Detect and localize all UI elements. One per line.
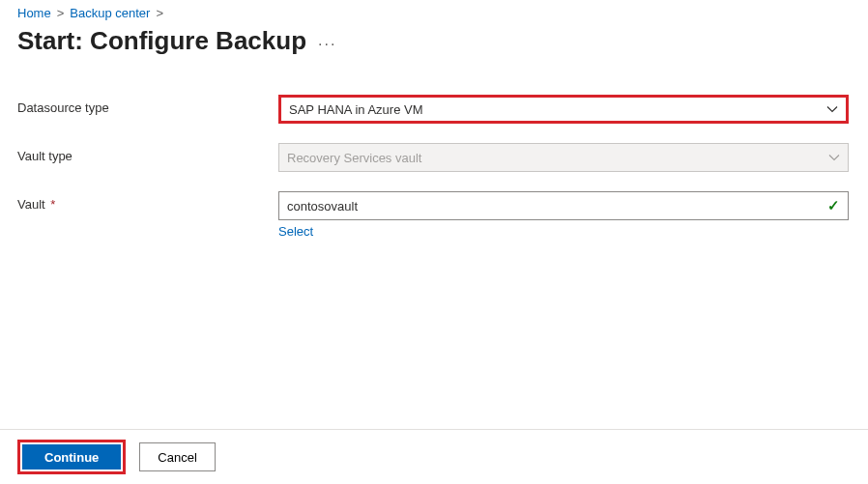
breadcrumb: Home > Backup center >: [17, 6, 851, 20]
select-vault-type: Recovery Services vault: [278, 143, 849, 172]
required-asterisk: *: [50, 197, 55, 212]
breadcrumb-sep: >: [57, 6, 65, 20]
row-datasource-type: Datasource type SAP HANA in Azure VM: [17, 95, 851, 124]
more-actions-icon[interactable]: ···: [318, 30, 336, 53]
breadcrumb-sep: >: [156, 6, 163, 20]
input-vault-value: contosovault: [287, 199, 358, 214]
chevron-down-icon: [826, 103, 838, 115]
label-vault-text: Vault: [17, 197, 45, 212]
footer-actions: Continue Cancel: [0, 429, 868, 484]
label-vault: Vault *: [17, 191, 278, 212]
chevron-down-icon: [828, 152, 840, 163]
select-datasource-type[interactable]: SAP HANA in Azure VM: [278, 95, 849, 124]
row-vault-type: Vault type Recovery Services vault: [17, 143, 851, 172]
label-vault-type: Vault type: [17, 143, 278, 163]
checkmark-icon: ✓: [827, 197, 840, 214]
row-vault: Vault * contosovault ✓ Select: [17, 191, 851, 239]
breadcrumb-backup-center[interactable]: Backup center: [70, 6, 150, 20]
cancel-button[interactable]: Cancel: [139, 442, 215, 471]
page-title: Start: Configure Backup: [17, 26, 306, 56]
continue-highlight: Continue: [17, 440, 126, 474]
continue-button[interactable]: Continue: [22, 444, 121, 470]
breadcrumb-home[interactable]: Home: [17, 6, 51, 20]
input-vault[interactable]: contosovault ✓: [278, 191, 849, 220]
select-datasource-type-value: SAP HANA in Azure VM: [289, 102, 423, 117]
label-datasource-type: Datasource type: [17, 95, 278, 115]
link-select-vault[interactable]: Select: [278, 224, 313, 239]
select-vault-type-value: Recovery Services vault: [287, 151, 421, 165]
page-title-row: Start: Configure Backup ···: [17, 26, 851, 56]
